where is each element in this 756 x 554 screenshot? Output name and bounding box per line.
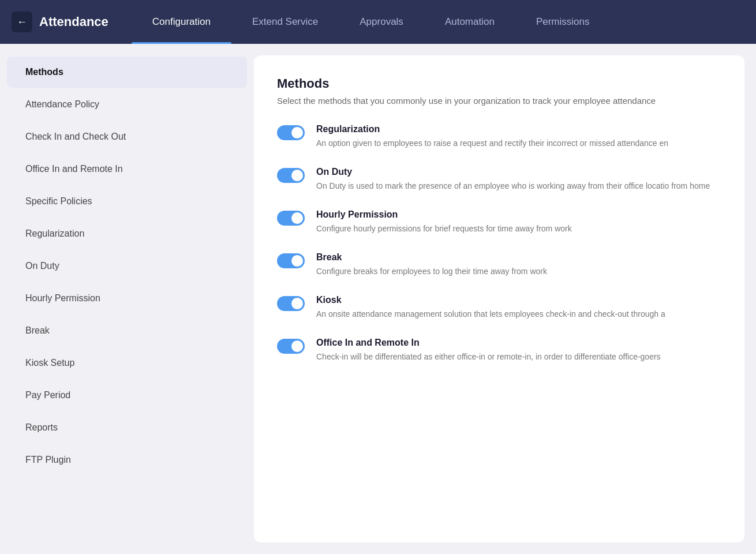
content-area: Methods Select the methods that you comm… bbox=[254, 55, 744, 542]
method-name: Regularization bbox=[316, 124, 668, 134]
method-toggle-office-in-and-remote-in[interactable] bbox=[277, 339, 305, 354]
content-title: Methods bbox=[277, 76, 721, 91]
tab-extend-service[interactable]: Extend Service bbox=[231, 0, 339, 44]
sidebar-item-on-duty[interactable]: On Duty bbox=[7, 250, 247, 282]
method-desc: An option given to employees to raise a … bbox=[316, 137, 668, 149]
sidebar-item-reports[interactable]: Reports bbox=[7, 412, 247, 443]
method-row: KioskAn onsite attendance management sol… bbox=[277, 295, 721, 320]
method-info: Hourly PermissionConfigure hourly permis… bbox=[316, 209, 572, 235]
method-info: BreakConfigure breaks for employees to l… bbox=[316, 252, 547, 278]
back-icon: ← bbox=[17, 16, 27, 28]
method-row: On DutyOn Duty is used to mark the prese… bbox=[277, 167, 721, 192]
method-info: Office In and Remote InCheck-in will be … bbox=[316, 338, 661, 363]
method-name: Office In and Remote In bbox=[316, 338, 661, 348]
method-desc: Configure breaks for employees to log th… bbox=[316, 265, 547, 278]
method-desc: Check-in will be differentiated as eithe… bbox=[316, 351, 661, 363]
sidebar-item-pay-period[interactable]: Pay Period bbox=[7, 380, 247, 411]
method-name: Kiosk bbox=[316, 295, 665, 305]
method-toggle-hourly-permission[interactable] bbox=[277, 211, 305, 226]
back-button[interactable]: ← bbox=[12, 12, 32, 32]
method-row: BreakConfigure breaks for employees to l… bbox=[277, 252, 721, 278]
sidebar-item-kiosk-setup[interactable]: Kiosk Setup bbox=[7, 347, 247, 379]
tab-approvals[interactable]: Approvals bbox=[339, 0, 424, 44]
content-subtitle: Select the methods that you commonly use… bbox=[277, 96, 721, 106]
tab-permissions[interactable]: Permissions bbox=[515, 0, 611, 44]
method-row: Office In and Remote InCheck-in will be … bbox=[277, 338, 721, 363]
sidebar-item-methods[interactable]: Methods bbox=[7, 57, 247, 88]
method-toggle-on-duty[interactable] bbox=[277, 168, 305, 183]
method-name: Hourly Permission bbox=[316, 209, 572, 220]
main-layout: Methods Attendance Policy Check In and C… bbox=[0, 44, 756, 554]
app-title: Attendance bbox=[39, 14, 108, 29]
methods-list: RegularizationAn option given to employe… bbox=[277, 124, 721, 363]
method-desc: Configure hourly permissions for brief r… bbox=[316, 223, 572, 235]
sidebar-item-office-remote[interactable]: Office In and Remote In bbox=[7, 154, 247, 185]
method-desc: On Duty is used to mark the presence of … bbox=[316, 180, 710, 192]
sidebar-item-specific-policies[interactable]: Specific Policies bbox=[7, 186, 247, 217]
top-nav: ← Attendance Configuration Extend Servic… bbox=[0, 0, 756, 44]
method-info: RegularizationAn option given to employe… bbox=[316, 124, 668, 149]
sidebar-item-regularization[interactable]: Regularization bbox=[7, 218, 247, 249]
sidebar-item-checkin-checkout[interactable]: Check In and Check Out bbox=[7, 121, 247, 152]
method-name: On Duty bbox=[316, 167, 710, 177]
sidebar-item-hourly-permission[interactable]: Hourly Permission bbox=[7, 283, 247, 314]
method-info: On DutyOn Duty is used to mark the prese… bbox=[316, 167, 710, 192]
method-toggle-regularization[interactable] bbox=[277, 125, 305, 140]
method-toggle-break[interactable] bbox=[277, 253, 305, 268]
sidebar-item-ftp-plugin[interactable]: FTP Plugin bbox=[7, 444, 247, 476]
method-toggle-kiosk[interactable] bbox=[277, 296, 305, 311]
method-name: Break bbox=[316, 252, 547, 263]
sidebar-item-break[interactable]: Break bbox=[7, 315, 247, 346]
tab-automation[interactable]: Automation bbox=[424, 0, 515, 44]
method-row: Hourly PermissionConfigure hourly permis… bbox=[277, 209, 721, 235]
sidebar: Methods Attendance Policy Check In and C… bbox=[0, 44, 254, 554]
nav-tabs: Configuration Extend Service Approvals A… bbox=[132, 0, 611, 44]
tab-configuration[interactable]: Configuration bbox=[132, 0, 231, 44]
method-row: RegularizationAn option given to employe… bbox=[277, 124, 721, 149]
method-desc: An onsite attendance management solution… bbox=[316, 308, 665, 320]
method-info: KioskAn onsite attendance management sol… bbox=[316, 295, 665, 320]
sidebar-item-attendance-policy[interactable]: Attendance Policy bbox=[7, 89, 247, 120]
